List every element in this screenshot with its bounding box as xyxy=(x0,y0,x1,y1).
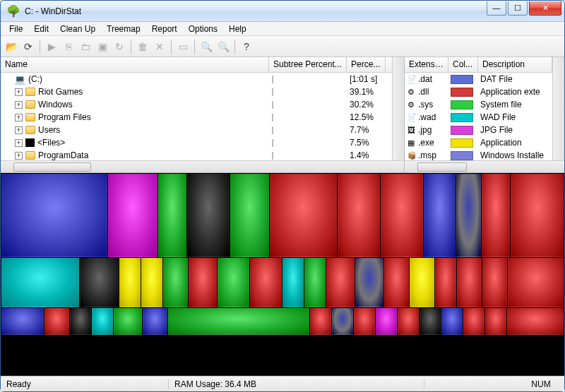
tree-label: Users xyxy=(38,125,60,135)
treemap-block[interactable] xyxy=(441,308,463,335)
treemap-block[interactable] xyxy=(398,308,419,335)
percent-bar xyxy=(272,126,273,134)
treemap-block[interactable] xyxy=(482,258,507,307)
ext-scrollbar-h[interactable] xyxy=(405,160,564,172)
tree-row[interactable]: +ProgramData1.4% xyxy=(1,149,392,160)
treemap-block[interactable] xyxy=(44,308,69,335)
treemap-block[interactable] xyxy=(310,308,331,335)
folder-icon xyxy=(25,151,35,160)
percent-text: 7.7% xyxy=(347,125,386,135)
filetype-icon: 🖼 xyxy=(405,126,415,134)
treemap-block[interactable] xyxy=(482,174,510,257)
treemap-block[interactable] xyxy=(158,174,186,257)
col-desc[interactable]: Description xyxy=(478,57,552,72)
expander-icon[interactable]: + xyxy=(15,152,23,160)
treemap-block[interactable] xyxy=(354,308,375,335)
treemap-block[interactable] xyxy=(508,258,564,307)
tree-row[interactable]: +Riot Games39.1% xyxy=(1,85,392,98)
treemap-block[interactable] xyxy=(230,174,269,257)
ext-row[interactable]: 📄.datDAT File xyxy=(405,73,552,85)
menu-edit[interactable]: Edit xyxy=(28,23,54,35)
tree-row[interactable]: +Program Files12.5% xyxy=(1,111,392,124)
treemap-block[interactable] xyxy=(141,258,162,307)
expander-icon[interactable]: + xyxy=(15,114,23,121)
ext-row[interactable]: ⚙.dllApplication exte xyxy=(405,85,552,98)
col-percent[interactable]: Perce... xyxy=(347,57,386,72)
treemap-block[interactable] xyxy=(143,308,167,335)
help-icon[interactable]: ? xyxy=(239,39,254,54)
ext-scrollbar-v[interactable] xyxy=(552,57,564,160)
treemap-block[interactable] xyxy=(435,258,456,307)
treemap-block[interactable] xyxy=(463,308,484,335)
open-icon[interactable]: 📂 xyxy=(4,39,19,54)
treemap-block[interactable] xyxy=(119,258,141,307)
expander-icon[interactable]: + xyxy=(15,88,23,96)
treemap-block[interactable] xyxy=(189,258,217,307)
col-subtree[interactable]: Subtree Percent... xyxy=(269,57,347,72)
treemap-block[interactable] xyxy=(114,308,142,335)
treemap-block[interactable] xyxy=(511,174,564,257)
menu-report[interactable]: Report xyxy=(146,23,183,35)
close-button[interactable]: ✕ xyxy=(529,1,561,16)
treemap-block[interactable] xyxy=(420,308,441,335)
tree-row[interactable]: +<Files>7.5% xyxy=(1,136,392,149)
treemap-block[interactable] xyxy=(410,258,434,307)
treemap-block[interactable] xyxy=(381,174,423,257)
ext-row[interactable]: ⚙.sysSystem file xyxy=(405,98,552,111)
menu-clean-up[interactable]: Clean Up xyxy=(54,23,101,35)
titlebar[interactable]: 🌳 C: - WinDirStat — ☐ ✕ xyxy=(1,1,564,22)
treemap-block[interactable] xyxy=(1,308,44,335)
col-name[interactable]: Name xyxy=(1,57,269,72)
treemap-block[interactable] xyxy=(457,258,482,307)
dir-scrollbar-v[interactable] xyxy=(392,57,404,160)
col-color[interactable]: Col... xyxy=(448,57,478,72)
menu-options[interactable]: Options xyxy=(183,23,223,35)
treemap-block[interactable] xyxy=(92,308,113,335)
treemap-block[interactable] xyxy=(250,258,282,307)
treemap-block[interactable] xyxy=(424,174,456,257)
treemap-block[interactable] xyxy=(507,308,564,335)
treemap-block[interactable] xyxy=(1,258,79,307)
treemap-block[interactable] xyxy=(70,308,91,335)
menu-treemap[interactable]: Treemap xyxy=(101,23,146,35)
ext-row[interactable]: 📄.wadWAD File xyxy=(405,111,552,124)
treemap-block[interactable] xyxy=(282,258,304,307)
treemap-block[interactable] xyxy=(326,258,355,307)
treemap-block[interactable] xyxy=(80,258,119,307)
ext-row[interactable]: 🖼.jpgJPG File xyxy=(405,124,552,136)
treemap-block[interactable] xyxy=(108,174,157,257)
treemap-block[interactable] xyxy=(187,174,230,257)
tree-row[interactable]: +Users7.7% xyxy=(1,124,392,136)
menu-help[interactable]: Help xyxy=(223,23,252,35)
percent-bar xyxy=(272,88,273,96)
treemap-block[interactable] xyxy=(304,258,326,307)
menu-file[interactable]: File xyxy=(4,23,28,35)
treemap-block[interactable] xyxy=(218,258,249,307)
treemap-block[interactable] xyxy=(168,308,309,335)
refresh-icon[interactable]: ⟳ xyxy=(20,39,36,54)
dir-scrollbar-h[interactable] xyxy=(1,160,404,172)
treemap-block[interactable] xyxy=(384,258,409,307)
treemap-block[interactable] xyxy=(332,308,353,335)
ext-row[interactable]: ▦.exeApplication xyxy=(405,136,552,149)
expander-icon[interactable]: + xyxy=(15,126,23,134)
treemap-block[interactable] xyxy=(355,258,383,307)
col-ext[interactable]: Extensi... xyxy=(405,57,448,72)
minimize-button[interactable]: — xyxy=(487,1,506,16)
treemap-block[interactable] xyxy=(163,258,188,307)
ext-row[interactable]: 📦.mspWindows Installe xyxy=(405,149,552,160)
treemap-block[interactable] xyxy=(270,174,337,257)
maximize-button[interactable]: ☐ xyxy=(508,1,528,16)
tree-row[interactable]: +Windows30.2% xyxy=(1,98,392,111)
color-swatch xyxy=(451,138,473,148)
tree-row[interactable]: 💻(C:)[1:01 s] xyxy=(1,73,392,85)
treemap-block[interactable] xyxy=(376,308,397,335)
treemap-block[interactable] xyxy=(456,174,481,257)
expander-icon[interactable]: + xyxy=(15,101,23,109)
treemap-block[interactable] xyxy=(338,174,380,257)
treemap-block[interactable] xyxy=(485,308,506,335)
expander-icon[interactable]: + xyxy=(15,139,23,147)
treemap-block[interactable] xyxy=(1,174,107,257)
play-icon: ▶ xyxy=(44,39,59,54)
treemap[interactable] xyxy=(1,173,564,376)
